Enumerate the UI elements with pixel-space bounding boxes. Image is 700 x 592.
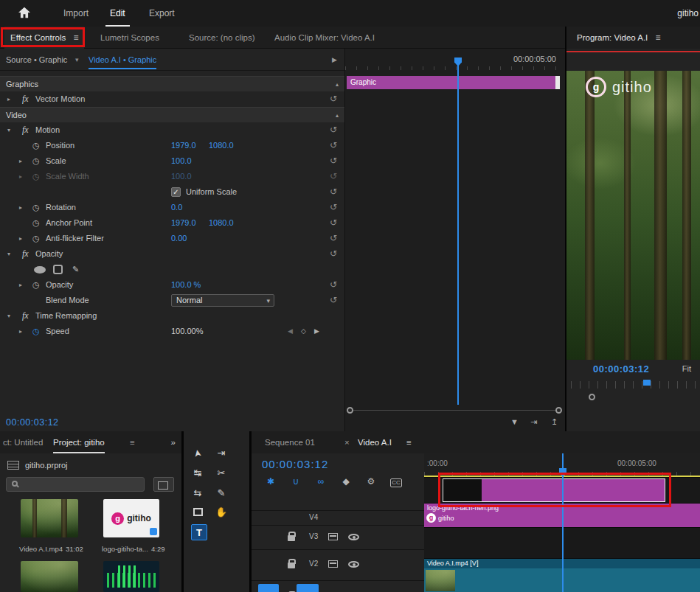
search-input[interactable] — [6, 477, 145, 492]
ripple-edit-tool-icon[interactable]: ↹ — [189, 466, 207, 481]
playhead-handle[interactable] — [454, 58, 462, 66]
speed-value[interactable]: 100.00% — [171, 324, 203, 339]
project-item-thumbnail[interactable] — [21, 561, 78, 592]
reset-icon[interactable]: ↺ — [330, 231, 337, 246]
blend-mode-dropdown[interactable]: Normal ▾ — [171, 294, 274, 307]
zoom-handle-left[interactable] — [347, 407, 353, 414]
tab-edit[interactable]: Edit — [105, 0, 130, 27]
reset-icon[interactable]: ↺ — [330, 138, 337, 153]
new-item-button[interactable] — [153, 477, 174, 492]
tab-lumetri-scopes[interactable]: Lumetri Scopes — [100, 27, 159, 49]
project-file-name[interactable]: gitiho.prproj — [25, 456, 67, 474]
lock-icon[interactable] — [288, 563, 295, 568]
export-frame-icon[interactable]: ↥ — [551, 417, 558, 427]
panel-menu-icon[interactable]: ≡ — [73, 32, 78, 43]
tab-import[interactable]: Import — [59, 0, 93, 27]
track-label[interactable]: V2 — [309, 560, 318, 568]
project-item-name[interactable]: Video A.I.mp4 — [19, 545, 63, 553]
program-mini-ruler[interactable] — [571, 381, 696, 389]
tab-source-monitor[interactable]: Source: (no clips) — [189, 27, 254, 49]
v4-selected-clip[interactable] — [443, 478, 665, 502]
effect-opacity[interactable]: ▾ fx Opacity ↺ — [0, 246, 344, 262]
timeline-ruler-ticks[interactable] — [345, 66, 565, 70]
panel-menu-icon[interactable]: ≡ — [406, 431, 412, 453]
reset-icon[interactable]: ↺ — [330, 215, 337, 231]
add-keyframe-icon[interactable]: ◇ — [301, 324, 306, 339]
tab-video-ai[interactable]: Video A.I — [358, 431, 392, 453]
reset-icon[interactable]: ↺ — [330, 184, 337, 200]
position-x-value[interactable]: 1979.0 — [171, 138, 196, 153]
reset-icon[interactable]: ↺ — [330, 293, 337, 308]
previous-keyframe-icon[interactable]: ◀ — [288, 324, 293, 339]
reset-icon[interactable]: ↺ — [330, 277, 337, 293]
type-tool-icon[interactable]: T — [191, 524, 207, 540]
uniform-scale-checkbox[interactable]: ✓ — [171, 187, 181, 197]
opacity-value[interactable]: 100.0 % — [171, 277, 201, 293]
reset-icon[interactable]: ↺ — [330, 91, 337, 107]
project-item-video-thumbnail[interactable] — [21, 499, 78, 537]
tab-program[interactable]: Program: Video A.I ≡ — [577, 27, 661, 49]
clip-breadcrumb[interactable]: Video A.I • Graphic — [89, 49, 156, 69]
playhead-line[interactable] — [457, 60, 459, 405]
tab-project-gitiho[interactable]: Project: gitiho — [53, 431, 105, 453]
twirl-icon[interactable]: ▸ — [19, 153, 22, 169]
zoom-scrollbar[interactable] — [353, 410, 558, 411]
program-zoom-handle[interactable] — [589, 394, 595, 400]
twirl-icon[interactable]: ▸ — [19, 324, 22, 339]
anchor-x-value[interactable]: 1979.0 — [171, 215, 196, 231]
stopwatch-icon[interactable]: ◷ — [32, 138, 40, 153]
sync-lock-icon[interactable] — [328, 560, 338, 568]
panel-menu-icon[interactable]: ≡ — [656, 32, 661, 43]
lock-icon[interactable] — [288, 535, 295, 541]
sync-lock-icon[interactable] — [328, 533, 338, 540]
pen-mask-icon[interactable]: ✎ — [72, 262, 79, 277]
track-target-v1[interactable]: V1 — [297, 584, 319, 592]
panel-overflow-icon[interactable]: ▶ — [332, 56, 337, 63]
overflow-menu-icon[interactable]: » — [171, 431, 176, 453]
fit-dropdown[interactable]: Fit — [682, 364, 691, 373]
project-item-logo-thumbnail[interactable]: g gitiho — [103, 499, 159, 537]
tab-audio-clip-mixer[interactable]: Audio Clip Mixer: Video A.I — [274, 27, 375, 49]
source-breadcrumb[interactable]: Source • Graphic — [6, 49, 67, 71]
twirl-icon[interactable]: ▾ — [7, 122, 10, 138]
twirl-icon[interactable]: ▸ — [19, 200, 22, 215]
pen-tool-icon[interactable]: ✎ — [212, 486, 230, 501]
reset-icon[interactable]: ↺ — [330, 200, 337, 215]
rectangle-tool-icon[interactable] — [193, 508, 203, 516]
twirl-icon[interactable]: ▸ — [19, 277, 22, 293]
position-y-value[interactable]: 1080.0 — [209, 138, 234, 153]
twirl-icon[interactable]: ▸ — [7, 91, 10, 107]
rotation-value[interactable]: 0.0 — [171, 200, 182, 215]
tab-sequence-01[interactable]: Sequence 01 — [265, 431, 315, 453]
rectangle-mask-icon[interactable] — [53, 265, 63, 274]
stopwatch-icon[interactable]: ◷ — [32, 215, 40, 231]
graphic-clip-bar[interactable]: Graphic — [347, 76, 560, 89]
selection-tool-icon[interactable]: ➤ — [189, 443, 207, 463]
section-graphics[interactable]: Graphics ▴ — [0, 76, 344, 91]
anchor-y-value[interactable]: 1080.0 — [209, 215, 234, 231]
stopwatch-icon[interactable]: ◷ — [32, 153, 40, 169]
stopwatch-icon[interactable]: ◷ — [32, 231, 40, 246]
reset-icon[interactable]: ↺ — [330, 122, 337, 138]
stopwatch-icon[interactable]: ◷ — [32, 324, 40, 339]
hand-tool-icon[interactable]: ✋ — [212, 505, 230, 520]
collapse-icon[interactable]: ▴ — [336, 77, 339, 92]
project-item-name[interactable]: logo-gitiho-ta... — [102, 545, 148, 553]
clip-out-handle[interactable] — [555, 76, 560, 89]
tab-effect-controls[interactable]: Effect Controls ≡ — [4, 27, 84, 49]
nest-icon[interactable]: ✱ — [263, 475, 279, 488]
effect-vector-motion[interactable]: ▸ fx Vector Motion ↺ — [0, 91, 344, 107]
tab-export[interactable]: Export — [145, 0, 179, 27]
home-button[interactable] — [18, 7, 32, 20]
timeline-settings-wrench-icon[interactable]: ⚙ — [363, 475, 379, 488]
toggle-track-output-eye-icon[interactable] — [348, 561, 359, 568]
stopwatch-icon[interactable]: ◷ — [32, 200, 40, 215]
zoom-handle-right[interactable] — [555, 407, 562, 414]
filter-icon[interactable]: ▼ — [510, 417, 519, 426]
twirl-icon[interactable]: ▾ — [7, 246, 10, 262]
reset-icon[interactable]: ↺ — [330, 246, 337, 262]
program-playhead-handle[interactable] — [643, 380, 651, 386]
ellipse-mask-icon[interactable] — [34, 266, 46, 274]
source-patch-v1[interactable]: V1 — [258, 584, 279, 592]
twirl-icon[interactable]: ▾ — [7, 308, 10, 324]
